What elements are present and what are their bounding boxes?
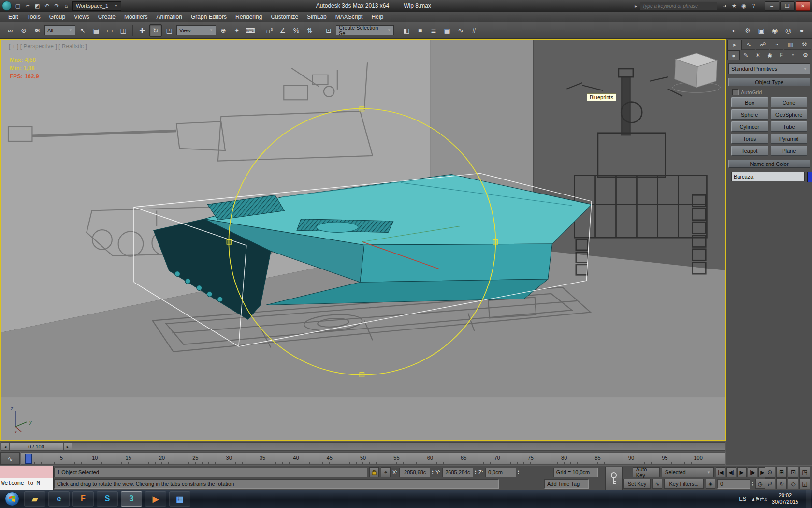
modify-tab[interactable]: ∿ <box>742 40 756 50</box>
open-file-button[interactable]: ▱ <box>23 1 32 10</box>
menu-item[interactable]: Tools <box>23 14 45 20</box>
undo-button[interactable]: ↶ <box>43 1 51 10</box>
taskbar-3ds-max[interactable]: 3 <box>121 491 142 507</box>
name-color-rollout-header[interactable]: - Name and Color <box>728 160 810 168</box>
absolute-offset-toggle[interactable]: ⌖ <box>381 467 391 477</box>
keyboard-shortcut-override-toggle[interactable]: ⌨ <box>244 24 257 37</box>
menu-item[interactable]: Rendering <box>231 14 266 20</box>
primitive-button[interactable]: Teapot <box>731 146 768 156</box>
schematic-view-button[interactable]: # <box>468 24 480 37</box>
menu-item[interactable]: Animation <box>152 14 187 20</box>
search-button[interactable]: ➔ <box>720 1 729 10</box>
previous-frame-arrow[interactable]: ◂ <box>1 443 10 450</box>
track-bar-ruler[interactable]: 5101520253035404550556065707580859095100 <box>21 452 725 465</box>
create-tab[interactable]: ➤ <box>727 40 742 50</box>
taskbar-internet-explorer[interactable]: e <box>48 491 70 507</box>
primitive-category-dropdown[interactable]: Standard Primitives ▼ <box>728 63 810 74</box>
align-button[interactable]: ≡ <box>414 24 426 37</box>
key-mode-toggle[interactable]: ◈ <box>706 479 715 489</box>
shapes-category[interactable]: ✎ <box>740 50 752 60</box>
menu-item[interactable]: Graph Editors <box>187 14 231 20</box>
next-frame-arrow[interactable]: ▸ <box>63 443 72 450</box>
motion-tab[interactable]: ◔ <box>770 40 783 50</box>
y-coord-input[interactable]: 2685,284c <box>442 468 473 477</box>
primitive-button[interactable]: Cylinder <box>731 121 768 132</box>
percent-snap-toggle[interactable]: % <box>290 24 303 37</box>
add-time-tag[interactable]: Add Time Tag <box>544 479 589 489</box>
set-key-button[interactable]: Set Key <box>624 479 651 489</box>
go-to-start-button[interactable]: |◀ <box>716 467 725 477</box>
menu-item[interactable]: SimLab <box>303 14 331 20</box>
auto-key-button[interactable]: Auto Key <box>633 467 660 477</box>
primitive-button[interactable]: Pyramid <box>771 134 808 144</box>
viewport-canvas[interactable] <box>1 40 725 440</box>
angle-snap-toggle[interactable]: ∠ <box>276 24 289 37</box>
zoom-region-button[interactable]: ◳ <box>799 467 810 478</box>
application-menu-button[interactable] <box>2 1 12 11</box>
spinner-icon[interactable]: ▲▼ <box>517 470 520 475</box>
systems-category[interactable]: ⚙ <box>799 50 811 60</box>
key-selection-dropdown[interactable]: Selected ▼ <box>662 467 714 477</box>
taskbar-image-viewer[interactable]: ▦ <box>169 491 190 507</box>
close-button[interactable]: ✕ <box>796 1 810 11</box>
time-slider-track[interactable]: ◂ 0 / 100 ▸ <box>1 442 725 451</box>
object-name-input[interactable] <box>731 172 805 181</box>
redo-button[interactable]: ↷ <box>52 1 61 10</box>
unlink-selection-button[interactable]: ⊘ <box>17 24 30 37</box>
help-button[interactable]: ? <box>749 1 758 10</box>
menu-item[interactable]: Create <box>94 14 120 20</box>
primitive-button[interactable]: Sphere <box>731 109 768 120</box>
time-configuration-button[interactable]: ◷ <box>755 479 765 489</box>
taskbar-firefox[interactable]: F <box>72 491 94 507</box>
primitive-button[interactable]: Tube <box>771 121 808 132</box>
show-hidden-icons[interactable]: ▲ <box>751 496 755 502</box>
lights-category[interactable]: ☀ <box>752 50 764 60</box>
spinner-icon[interactable]: ▲▼ <box>431 470 434 475</box>
set-keys-big-button[interactable] <box>605 467 623 490</box>
primitive-button[interactable]: Plane <box>771 146 808 156</box>
select-and-rotate-button[interactable]: ↻ <box>149 24 162 37</box>
primitive-button[interactable]: Cone <box>771 97 808 107</box>
display-tab[interactable]: ▥ <box>784 40 798 50</box>
primitive-button[interactable]: Torus <box>731 134 768 144</box>
rendered-frame-window-button[interactable]: ▣ <box>755 24 768 37</box>
mini-curve-editor-button[interactable]: ∿ <box>0 452 20 465</box>
snaps-toggle[interactable]: ∩³ <box>263 24 276 37</box>
menu-item[interactable]: Views <box>70 14 94 20</box>
use-pivot-point-center-button[interactable]: ⊕ <box>217 24 230 37</box>
window-crossing-toggle[interactable]: ◫ <box>117 24 130 37</box>
select-and-link-button[interactable]: ∞ <box>4 24 16 37</box>
field-of-view-button[interactable]: ◇ <box>788 478 798 489</box>
render-last-button[interactable]: ● <box>796 24 808 37</box>
render-setup-button[interactable]: ⚙ <box>741 24 754 37</box>
spinner-snap-toggle[interactable]: ⇅ <box>304 24 316 37</box>
current-time-input[interactable]: 0 <box>717 479 750 489</box>
volume-icon[interactable]: ♫ <box>764 496 768 502</box>
taskbar-skype[interactable]: S <box>97 491 118 507</box>
time-slider-handle[interactable]: 0 / 100 <box>10 443 63 450</box>
edit-named-selection-sets-button[interactable]: ⊡ <box>322 24 335 37</box>
start-button[interactable] <box>5 492 19 506</box>
taskbar-folder[interactable]: ▰ <box>24 491 45 507</box>
object-type-rollout-header[interactable]: - Object Type <box>728 78 810 86</box>
menu-item[interactable]: Customize <box>266 14 303 20</box>
search-input[interactable] <box>640 2 717 10</box>
curve-editor-button[interactable]: ∿ <box>454 24 467 37</box>
z-coord-input[interactable]: 0,0cm <box>485 468 516 477</box>
graphite-ribbon-toggle[interactable]: ▦ <box>441 24 453 37</box>
layer-manager-button[interactable]: ≣ <box>427 24 440 37</box>
current-frame-marker[interactable] <box>25 454 32 464</box>
selection-lock-toggle[interactable] <box>369 467 379 477</box>
show-desktop-button[interactable] <box>806 490 811 508</box>
hierarchy-tab[interactable]: ☍ <box>756 40 769 50</box>
key-filters-button[interactable]: Key Filters... <box>664 479 704 489</box>
taskbar-media-player[interactable]: ▶ <box>145 491 166 507</box>
previous-frame-button[interactable]: ◀| <box>726 467 736 477</box>
favorites-button[interactable]: ★ <box>730 1 739 10</box>
default-tangent-button[interactable]: ∿ <box>652 479 662 489</box>
spinner-icon[interactable]: ▲▼ <box>474 470 477 475</box>
mirror-button[interactable]: ◧ <box>400 24 413 37</box>
new-scene-button[interactable]: ▢ <box>14 1 22 10</box>
primitive-button[interactable]: Box <box>731 97 768 107</box>
infocenter-toggle-arrow[interactable]: ▸ <box>635 3 637 9</box>
